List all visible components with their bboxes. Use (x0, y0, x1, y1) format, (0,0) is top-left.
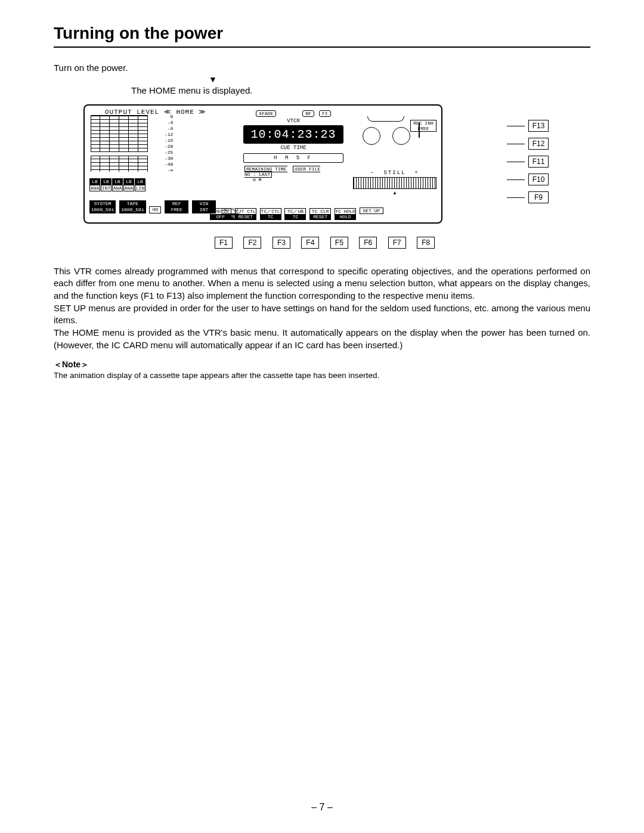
page-number: – 7 – (0, 802, 644, 813)
meter-scale: 0 -4 -8 -12 -16 -20 -25 -30 -40 -∞ (165, 114, 173, 174)
down-arrow-icon: ▼ (209, 75, 217, 84)
bf-badge: BF (302, 110, 314, 117)
paragraph-2: SET UP menus are provided in order for t… (54, 302, 590, 327)
fkey-f3[interactable]: F3 (273, 237, 290, 249)
still-indicator: − STILL + ▲ (353, 170, 436, 196)
remaining-time-row: REMAINING TIME USER FILENO : LAST H M (240, 166, 347, 182)
function-row: FREEZE EJT CTL TC／CTL TC／UB TC CLR TC HO… (210, 208, 436, 220)
fkey-f2[interactable]: F2 (243, 237, 261, 249)
step-2: The HOME menu is displayed. (131, 85, 590, 97)
vtcr-label: VTCR (240, 118, 347, 124)
step-1: Turn on the power. (54, 62, 590, 74)
channel-labels: LBLBLBLBLB ANAINTANAANALIN (89, 178, 146, 191)
lcd-panel: OUTPUT LEVEL ≪ HOME ≫ 0 -4 -8 -12 -16 -2… (83, 104, 442, 224)
home-menu-figure: OUTPUT LEVEL ≪ HOME ≫ 0 -4 -8 -12 -16 -2… (83, 104, 549, 249)
fkey-f12[interactable]: F12 (528, 138, 549, 150)
fkey-f6[interactable]: F6 (359, 237, 377, 249)
fkey-f4[interactable]: F4 (301, 237, 319, 249)
page: Turning on the power Turn on the power. … (0, 0, 644, 833)
right-column: REC INHFREE − STILL + ▲ (353, 110, 436, 137)
paragraph-1: This VTR comes already programmed with m… (54, 265, 590, 302)
cassette-icon: REC INHFREE (353, 110, 436, 137)
output-level-meters (91, 115, 162, 176)
paragraph-3: The HOME menu is provided as the VTR's b… (54, 327, 590, 351)
fkeys-bottom: F1 F2 F3 F4 F5 F6 F7 F8 (215, 227, 549, 249)
rec-inh-box: REC INHFREE (410, 120, 436, 132)
fkeys-side: F13 F12 F11 F10 F9 (507, 120, 549, 209)
hmsf-row: H M S F (243, 153, 343, 163)
fkey-f10[interactable]: F10 (528, 174, 549, 185)
fkey-f1[interactable]: F1 (215, 237, 233, 249)
page-title: Turning on the power (54, 24, 590, 48)
xfade-badge: XFADE (256, 110, 276, 117)
center-column: XFADE BF FI VTCR 10:04:23:23 CUE TIME H … (240, 110, 347, 182)
fkey-f13[interactable]: F13 (528, 120, 549, 132)
timecode-display: 10:04:23:23 (243, 125, 343, 144)
note-text: The animation display of a cassette tape… (54, 370, 590, 381)
fkey-f7[interactable]: F7 (388, 237, 406, 249)
fkey-f9[interactable]: F9 (528, 191, 549, 203)
note-label: ＜Note＞ (54, 360, 590, 370)
cue-time-label: CUE TIME (240, 145, 347, 151)
fkey-f5[interactable]: F5 (330, 237, 348, 249)
fkey-f11[interactable]: F11 (528, 156, 549, 168)
fi-badge: FI (319, 110, 331, 117)
fkey-f8[interactable]: F8 (417, 237, 435, 249)
